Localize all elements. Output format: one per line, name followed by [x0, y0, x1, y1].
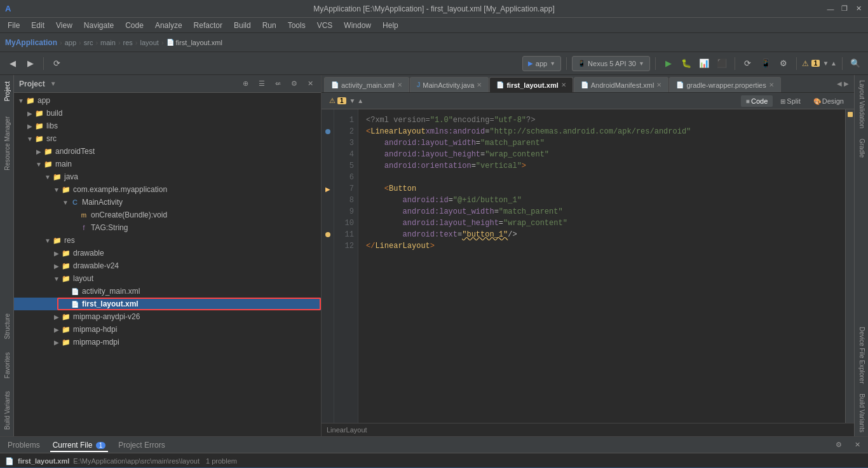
view-code-button[interactable]: ≡Code [741, 95, 773, 107]
sdk-manager-btn[interactable]: ⚙ [776, 56, 791, 71]
tree-item-mipmap-anydpi[interactable]: ▶ 📁 mipmap-anydpi-v26 [14, 310, 321, 323]
tab-close-first-layout[interactable]: ✕ [561, 81, 566, 88]
project-panel-expand-all[interactable]: ⊕ [240, 78, 251, 89]
menu-edit[interactable]: Edit [26, 20, 50, 31]
minimize-button[interactable]: — [826, 4, 835, 13]
toolbar-navigation-forward[interactable]: ▶ [23, 56, 38, 71]
sidebar-tab-project[interactable]: Project [0, 75, 14, 107]
menu-tools[interactable]: Tools [283, 20, 311, 31]
tree-item-build[interactable]: ▶ 📁 build [14, 107, 321, 120]
problems-settings-btn[interactable]: ⚙ [833, 439, 844, 450]
problems-tab-current-file[interactable]: Current File 1 [50, 438, 109, 452]
toolbar-navigation-back[interactable]: ◀ [5, 56, 20, 71]
breakpoint-dot-2[interactable] [325, 129, 330, 134]
tree-item-package[interactable]: ▼ 📁 com.example.myapplication [14, 183, 321, 196]
menu-code[interactable]: Code [120, 20, 149, 31]
right-tab-layout-validation[interactable]: Layout Validation [855, 75, 868, 134]
breadcrumb-app[interactable]: MyApplication [5, 38, 57, 47]
tab-close-activity-main[interactable]: ✕ [397, 81, 402, 88]
menu-run[interactable]: Run [257, 20, 281, 31]
xml-file-icon-activity-main: 📄 [70, 286, 80, 296]
warning-indicator[interactable]: ⚠ 1 ▼ ▲ [802, 59, 837, 68]
menu-file[interactable]: File [3, 20, 25, 31]
debug-button[interactable]: 🐛 [679, 56, 694, 71]
sidebar-tab-build-variants[interactable]: Build Variants [0, 385, 14, 436]
code-line-1: <?xml version="1.0" encoding="utf-8"?> [363, 114, 837, 126]
tab-close-gradle-wrapper[interactable]: ✕ [769, 81, 774, 88]
project-panel-settings[interactable]: ⚙ [288, 78, 300, 89]
tree-item-java[interactable]: ▼ 📁 java [14, 170, 321, 183]
problems-tab-project-errors[interactable]: Project Errors [116, 438, 167, 452]
menu-analyze[interactable]: Analyze [150, 20, 187, 31]
problem-file-row[interactable]: 📄 first_layout.xml E:\MyApplication\app\… [0, 455, 868, 467]
right-tab-device-file-explorer[interactable]: Device File Explorer [855, 322, 868, 389]
tree-item-libs[interactable]: ▶ 📁 libs [14, 120, 321, 132]
toolbar-sync-btn[interactable]: ⟳ [49, 56, 64, 71]
project-panel-close[interactable]: ✕ [305, 78, 316, 89]
problems-tab-problems[interactable]: Problems [5, 438, 43, 452]
right-tab-build-variants[interactable]: Build Variants [855, 389, 868, 436]
sync-gradle-btn[interactable]: ⟳ [740, 56, 756, 71]
tree-item-mainactivity[interactable]: ▼ C MainActivity [14, 196, 321, 209]
menu-window[interactable]: Window [339, 20, 376, 31]
tab-androidmanifest-xml[interactable]: 📄 AndroidManifest.xml ✕ [574, 77, 669, 92]
project-panel-scroll-from-source[interactable]: ⇍ [273, 78, 283, 89]
view-split-button[interactable]: ⊞Split [775, 95, 805, 107]
tree-item-main[interactable]: ▼ 📁 main [14, 158, 321, 170]
menu-help[interactable]: Help [377, 20, 403, 31]
menu-refactor[interactable]: Refactor [189, 20, 227, 31]
profile-button[interactable]: 📊 [696, 56, 712, 71]
tab-close-mainactivity[interactable]: ✕ [477, 81, 482, 88]
sidebar-tab-resource-manager[interactable]: Resource Manager [0, 110, 14, 177]
tree-item-first-layout-xml[interactable]: 📄 first_layout.xml [14, 298, 321, 310]
avd-manager-btn[interactable]: 📱 [758, 56, 773, 71]
menu-vcs[interactable]: VCS [312, 20, 338, 31]
breadcrumb-res[interactable]: res [123, 39, 133, 46]
app-selector[interactable]: ▶ app ▼ [522, 56, 561, 71]
tree-item-androidtest[interactable]: ▶ 📁 androidTest [14, 145, 321, 158]
breadcrumb-app-module[interactable]: app [65, 39, 76, 46]
project-panel-collapse-all[interactable]: ☰ [256, 78, 268, 89]
tree-item-oncreate[interactable]: m onCreate(Bundle):void [14, 209, 321, 221]
editor-scrollbar[interactable] [845, 109, 854, 423]
problems-close-btn[interactable]: ✕ [852, 439, 863, 450]
breadcrumb-main[interactable]: main [100, 39, 116, 46]
sidebar-tab-favorites[interactable]: Favorites [0, 346, 14, 385]
code-content[interactable]: <?xml version="1.0" encoding="utf-8"?> <… [358, 109, 845, 423]
tab-first-layout-xml[interactable]: 📄 first_layout.xml ✕ [489, 77, 573, 92]
sidebar-tab-structure[interactable]: Structure [0, 307, 14, 346]
breadcrumb-src[interactable]: src [84, 39, 93, 46]
tree-item-drawable-v24[interactable]: ▶ 📁 drawable-v24 [14, 259, 321, 272]
run-button[interactable]: ▶ [661, 56, 676, 71]
tree-item-app[interactable]: ▼ 📁 app [14, 94, 321, 107]
tab-close-androidmanifest[interactable]: ✕ [656, 81, 661, 88]
tab-gradle-wrapper[interactable]: 📄 gradle-wrapper.properties ✕ [669, 77, 780, 92]
maximize-button[interactable]: ❐ [840, 4, 849, 13]
breadcrumb-file[interactable]: 📄 first_layout.xml [166, 39, 222, 46]
device-selector[interactable]: 📱 Nexus 5 API 30 ▼ [572, 56, 650, 71]
close-button[interactable]: ✕ [854, 4, 863, 13]
warning-badge-editor[interactable]: ⚠ 1 ▼ ▲ [327, 97, 363, 105]
search-everywhere-btn[interactable]: 🔍 [848, 56, 863, 71]
view-design-button[interactable]: 🎨Design [808, 95, 849, 107]
tree-item-mipmap-mdpi[interactable]: ▶ 📁 mipmap-mdpi [14, 336, 321, 348]
tree-item-layout[interactable]: ▼ 📁 layout [14, 272, 321, 285]
code-line-12: </LinearLayout> [363, 240, 837, 252]
right-tab-gradle[interactable]: Gradle [855, 134, 868, 163]
menu-navigate[interactable]: Navigate [79, 20, 119, 31]
gutter-8 [322, 195, 334, 206]
stop-button[interactable]: ⬛ [714, 56, 729, 71]
menu-view[interactable]: View [51, 20, 78, 31]
tab-activity-main-xml[interactable]: 📄 activity_main.xml ✕ [324, 77, 409, 92]
tree-item-activity-main-xml[interactable]: 📄 activity_main.xml [14, 285, 321, 298]
tree-item-res[interactable]: ▼ 📁 res [14, 234, 321, 247]
tab-mainactivity-java[interactable]: J MainActivity.java ✕ [410, 77, 489, 92]
breadcrumb-layout[interactable]: layout [140, 39, 159, 46]
tab-overflow-button[interactable]: ◀ ▶ [834, 80, 851, 87]
menu-build[interactable]: Build [229, 20, 256, 31]
tree-item-drawable[interactable]: ▶ 📁 drawable [14, 247, 321, 259]
warning-dot-11[interactable] [325, 232, 330, 237]
tree-item-src[interactable]: ▼ 📁 src [14, 132, 321, 145]
tree-item-tag[interactable]: f TAG:String [14, 221, 321, 234]
tree-item-mipmap-hdpi[interactable]: ▶ 📁 mipmap-hdpi [14, 323, 321, 336]
